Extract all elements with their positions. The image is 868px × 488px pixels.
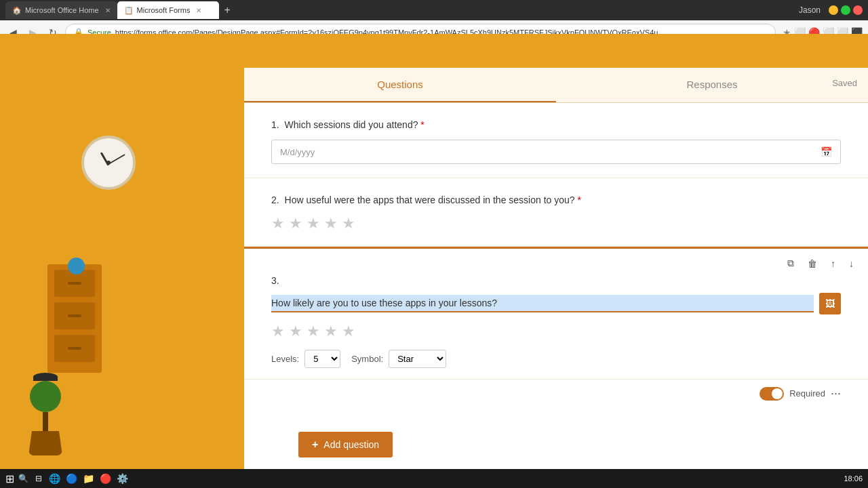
delete-question-button[interactable]: 🗑 [804,256,821,271]
question-2-label: 2. How useful were the apps that were di… [271,195,841,205]
file-explorer-icon[interactable]: 📁 [83,473,94,484]
cabinet-drawer-2 [54,302,95,329]
symbol-select[interactable]: Star Number Heart [389,350,446,368]
task-view-icon[interactable]: ⊟ [35,474,42,483]
plant-top [30,381,61,412]
question-1-text: Which sessions did you attend? [285,119,418,130]
decorative-plant [28,373,62,455]
symbol-group: Symbol: Star Number Heart [351,350,446,368]
delete-icon: 🗑 [808,258,817,269]
add-image-button[interactable]: 🖼 [819,293,841,314]
tab-home-label: Microsoft Office Home [25,6,99,14]
question-2-text: How useful were the apps that were discu… [285,195,575,205]
background-scene: Questions Responses 1. Which sessions di… [0,34,868,488]
q3-star-5[interactable]: ★ [342,323,355,340]
tab-forms-close[interactable]: ✕ [196,7,201,14]
question-1: 1. Which sessions did you attend? * M/d/… [244,103,868,178]
cabinet-drawer-3 [54,335,95,362]
form-body: 1. Which sessions did you attend? * M/d/… [244,103,868,488]
levels-group: Levels: 5 3 10 [271,350,340,368]
question-3-stars: ★ ★ ★ ★ ★ [271,323,841,340]
plant-trunk [43,412,48,431]
image-icon: 🖼 [825,298,835,309]
toggle-thumb [772,388,783,399]
copy-icon: ⧉ [787,258,794,268]
star-3[interactable]: ★ [307,215,320,232]
search-icon[interactable]: 🔍 [18,474,28,483]
clock-minute-hand [108,154,125,165]
required-toggle[interactable] [760,387,784,401]
question-1-number: 1. [271,119,279,130]
question-3-content: 3. 🖼 ★ ★ ★ ★ ★ [244,275,868,379]
saved-indicator: Saved [832,78,857,88]
question-1-label: 1. Which sessions did you attend? * [271,119,841,130]
calendar-icon[interactable]: 📅 [821,146,832,157]
tab-questions[interactable]: Questions [244,68,556,102]
required-label: Required [789,388,825,399]
form-container: Questions Responses 1. Which sessions di… [244,68,868,488]
taskbar-app-2[interactable]: ⚙️ [117,473,128,484]
q3-star-2[interactable]: ★ [289,323,302,340]
filing-cabinet [47,264,102,373]
question-3-input-wrapper: 🖼 [271,293,841,314]
symbol-label: Symbol: [351,354,383,364]
taskbar-right: 18:06 [844,474,863,483]
more-options-button[interactable]: ··· [831,386,841,401]
add-icon: + [312,439,318,451]
clock-center [106,161,111,165]
decorative-ball [68,258,85,274]
tab-forms[interactable]: 📋 Microsoft Forms ✕ [117,1,219,19]
close-button[interactable] [853,5,863,15]
question-1-date-input[interactable]: M/d/yyyy 📅 [271,140,841,164]
maximize-button[interactable] [841,5,850,15]
question-3-input[interactable] [271,295,814,312]
tab-forms-icon: 📋 [124,6,134,15]
question-3-toolbar: ⧉ 🗑 ↑ ↓ [244,249,868,275]
tab-forms-label: Microsoft Forms [137,6,191,14]
levels-symbol-row: Levels: 5 3 10 Symbol: Star Number [271,350,841,368]
wall-clock [81,136,136,190]
required-row: Required ··· [244,379,868,407]
q3-star-1[interactable]: ★ [271,323,285,340]
question-1-required: * [420,119,424,130]
copy-question-button[interactable]: ⧉ [784,256,797,271]
question-2-stars: ★ ★ ★ ★ ★ [271,215,841,232]
q3-star-4[interactable]: ★ [324,323,338,340]
star-5[interactable]: ★ [342,215,355,232]
tab-home-icon: 🏠 [12,6,22,15]
levels-label: Levels: [271,354,299,364]
q3-star-3[interactable]: ★ [307,323,320,340]
edge-icon[interactable]: 🔵 [66,473,77,484]
user-label: Jason [799,5,821,15]
star-1[interactable]: ★ [271,215,285,232]
tab-add-button[interactable]: + [219,4,236,16]
star-2[interactable]: ★ [289,215,302,232]
star-4[interactable]: ★ [324,215,338,232]
levels-select[interactable]: 5 3 10 [304,350,340,368]
form-tabs: Questions Responses [244,68,868,103]
minimize-button[interactable] [829,5,838,15]
tab-office-home[interactable]: 🏠 Microsoft Office Home ✕ [5,1,117,19]
move-down-button[interactable]: ↓ [846,256,857,271]
question-3-number: 3. [271,275,279,286]
up-arrow-icon: ↑ [831,258,835,269]
move-up-button[interactable]: ↑ [827,256,839,271]
question-3-header: 3. [271,275,841,286]
taskbar-app-1[interactable]: 🔴 [100,473,111,484]
clock-display: 18:06 [844,474,863,483]
down-arrow-icon: ↓ [849,258,854,269]
plant-pot [28,431,62,455]
plant-hat [33,373,58,381]
question-2: 2. How useful were the apps that were di… [244,178,868,247]
question-3-wrapper: ⧉ 🗑 ↑ ↓ 3. [244,247,868,407]
add-question-label: Add question [323,439,379,450]
question-2-required: * [578,195,581,205]
ie-icon[interactable]: 🌐 [49,473,60,484]
taskbar: ⊞ 🔍 ⊟ 🌐 🔵 📁 🔴 ⚙️ 18:06 [0,469,868,488]
start-icon[interactable]: ⊞ [5,472,14,485]
question-2-number: 2. [271,195,279,205]
tab-responses[interactable]: Responses [556,68,868,102]
add-question-button[interactable]: + Add question [298,432,393,458]
tab-home-close[interactable]: ✕ [105,7,111,14]
taskbar-left: ⊞ 🔍 ⊟ 🌐 🔵 📁 🔴 ⚙️ [5,472,128,485]
